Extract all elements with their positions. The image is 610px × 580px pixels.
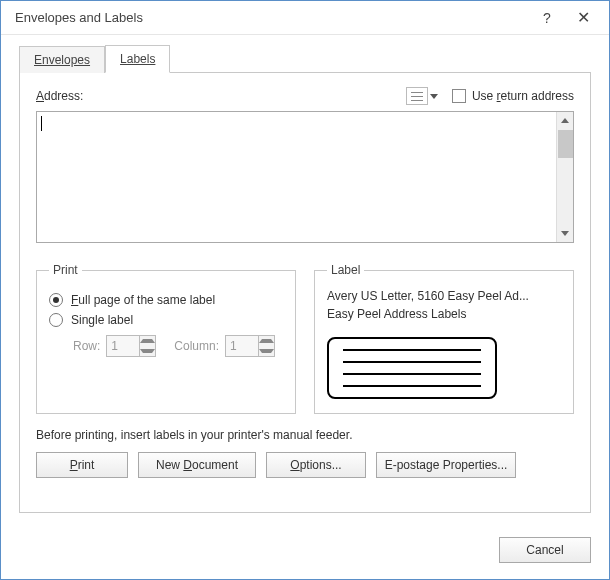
radio-icon (49, 313, 63, 327)
help-button[interactable]: ? (529, 5, 565, 31)
dialog-title: Envelopes and Labels (15, 10, 529, 25)
radio-full-label: Full page of the same label (71, 293, 215, 307)
label-preview-icon[interactable] (327, 337, 497, 399)
labels-panel: Address: Use return address Print (19, 72, 591, 513)
radio-single-label-text: Single label (71, 313, 133, 327)
envelopes-labels-dialog: Envelopes and Labels ? ✕ Envelopes Label… (0, 0, 610, 580)
row-label: Row: (73, 339, 100, 353)
print-group: Print Full page of the same label Single… (36, 263, 296, 414)
tabs: Envelopes Labels (19, 45, 591, 73)
radio-single-label[interactable]: Single label (49, 313, 283, 327)
address-label: Address: (36, 89, 406, 103)
spin-up-icon[interactable] (259, 336, 274, 346)
checkbox-icon (452, 89, 466, 103)
address-textarea[interactable] (36, 111, 574, 243)
label-line2: Easy Peel Address Labels (327, 305, 561, 323)
titlebar: Envelopes and Labels ? ✕ (1, 1, 609, 35)
spin-up-icon[interactable] (140, 336, 155, 346)
row-spinner[interactable] (106, 335, 156, 357)
new-document-button[interactable]: New Document (138, 452, 256, 478)
close-button[interactable]: ✕ (565, 5, 601, 31)
dialog-footer: Cancel (1, 527, 609, 579)
label-group: Label Avery US Letter, 5160 Easy Peel Ad… (314, 263, 574, 414)
print-button[interactable]: Print (36, 452, 128, 478)
scrollbar[interactable] (556, 112, 573, 242)
options-button[interactable]: Options... (266, 452, 366, 478)
row-input[interactable] (106, 335, 140, 357)
print-legend: Print (49, 263, 82, 277)
column-spinner[interactable] (225, 335, 275, 357)
tab-labels[interactable]: Labels (105, 45, 170, 73)
column-input[interactable] (225, 335, 259, 357)
scroll-thumb[interactable] (558, 130, 573, 158)
scroll-track[interactable] (557, 129, 573, 225)
tab-envelopes[interactable]: Envelopes (19, 46, 105, 73)
label-line1: Avery US Letter, 5160 Easy Peel Ad... (327, 287, 561, 305)
text-cursor (41, 116, 42, 131)
address-book-icon[interactable] (406, 87, 428, 105)
label-info: Avery US Letter, 5160 Easy Peel Ad... Ea… (327, 287, 561, 323)
scroll-up-button[interactable] (557, 112, 573, 129)
cancel-button[interactable]: Cancel (499, 537, 591, 563)
epostage-button[interactable]: E-postage Properties... (376, 452, 516, 478)
spin-down-icon[interactable] (259, 346, 274, 356)
column-label: Column: (174, 339, 219, 353)
address-dropdown-icon[interactable] (430, 94, 438, 99)
rowcol-controls: Row: Column: (73, 335, 283, 357)
group-row: Print Full page of the same label Single… (36, 263, 574, 414)
hint-text: Before printing, insert labels in your p… (36, 428, 574, 442)
radio-icon (49, 293, 63, 307)
address-row: Address: Use return address (36, 87, 574, 105)
label-legend: Label (327, 263, 364, 277)
use-return-address-checkbox[interactable]: Use return address (452, 89, 574, 103)
radio-full-page[interactable]: Full page of the same label (49, 293, 283, 307)
action-buttons: Print New Document Options... E-postage … (36, 452, 574, 478)
spin-down-icon[interactable] (140, 346, 155, 356)
dialog-body: Envelopes Labels Address: Use return add… (1, 35, 609, 527)
use-return-label: Use return address (472, 89, 574, 103)
scroll-down-button[interactable] (557, 225, 573, 242)
